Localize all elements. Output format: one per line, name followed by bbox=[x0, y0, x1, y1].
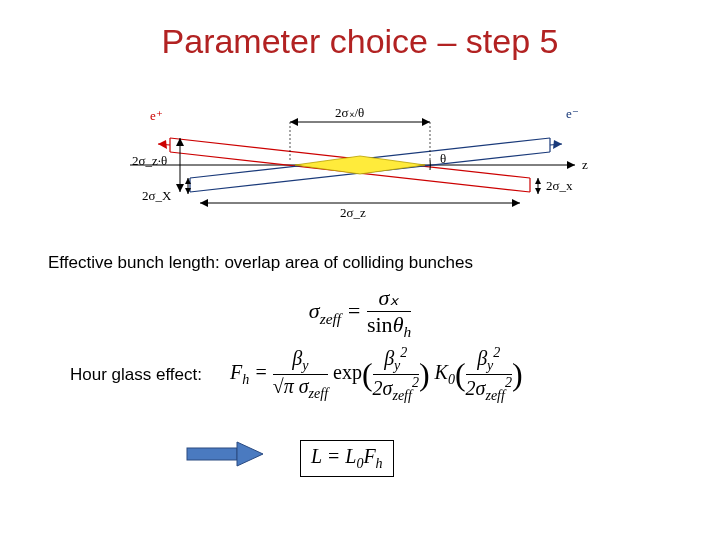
implies-arrow bbox=[185, 440, 265, 472]
hourglass-caption: Hour glass effect: bbox=[70, 365, 202, 385]
svg-marker-1 bbox=[567, 161, 575, 169]
angle-label: θ bbox=[440, 151, 446, 166]
left-height-label: 2σ_z·θ bbox=[132, 153, 167, 168]
svg-marker-32 bbox=[237, 442, 263, 466]
svg-marker-13 bbox=[553, 140, 562, 149]
bottom-width-label: 2σ_z bbox=[340, 205, 366, 220]
svg-rect-31 bbox=[187, 448, 237, 460]
svg-marker-15 bbox=[290, 118, 298, 126]
luminosity-formula: L = L0Fh bbox=[300, 440, 394, 477]
sigma-zeff-formula: σzeff = σₓ sinθh bbox=[0, 285, 720, 341]
svg-marker-21 bbox=[512, 199, 520, 207]
electron-label: e⁻ bbox=[566, 106, 579, 121]
svg-marker-7 bbox=[158, 140, 167, 149]
svg-marker-16 bbox=[422, 118, 430, 126]
hourglass-formula: Fh = βy √π σzeff exp( βy2 2σzeff2 ) K0( … bbox=[230, 345, 523, 403]
crossing-angle-diagram: z e⁺ e⁻ θ 2σₓ/θ 2σ_z bbox=[130, 100, 590, 230]
top-width-label: 2σₓ/θ bbox=[335, 105, 364, 120]
svg-marker-29 bbox=[535, 178, 541, 184]
right-height-arrow bbox=[535, 178, 541, 194]
svg-marker-24 bbox=[176, 184, 184, 192]
right-height-label: 2σ_x bbox=[546, 178, 573, 193]
overlap-region bbox=[295, 156, 425, 174]
slide-title: Parameter choice – step 5 bbox=[0, 22, 720, 61]
svg-marker-30 bbox=[535, 188, 541, 194]
svg-marker-20 bbox=[200, 199, 208, 207]
z-axis-label: z bbox=[582, 157, 588, 172]
left-bottom-label: 2σ_X bbox=[142, 188, 172, 203]
positron-label: e⁺ bbox=[150, 108, 163, 123]
effective-bunch-caption: Effective bunch length: overlap area of … bbox=[48, 253, 473, 273]
